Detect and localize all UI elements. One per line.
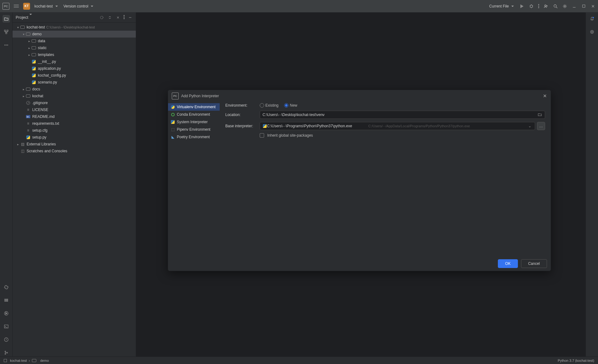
nav-virtualenv[interactable]: Virtualenv Environment bbox=[168, 103, 220, 111]
vcs-selector[interactable]: Version control bbox=[62, 3, 95, 10]
cancel-button[interactable]: Cancel bbox=[521, 259, 547, 268]
right-tool-strip bbox=[585, 13, 598, 356]
tree-folder-templates[interactable]: templates bbox=[13, 51, 136, 58]
minimize-icon[interactable] bbox=[572, 4, 577, 9]
add-interpreter-dialog: PC Add Python Interpreter ✕ Virtualenv E… bbox=[168, 90, 551, 271]
tree-label: kochat-test bbox=[27, 25, 45, 29]
tree-file-readme[interactable]: M↓README.md bbox=[13, 113, 136, 120]
browse-button[interactable]: … bbox=[537, 122, 545, 130]
poetry-icon bbox=[171, 135, 175, 139]
chevron-down-icon[interactable]: ⌄ bbox=[527, 124, 532, 128]
tree-folder-docs[interactable]: docs bbox=[13, 86, 136, 93]
project-tree[interactable]: kochat-testC:\Users\···\Desktop\kochat-t… bbox=[13, 23, 136, 156]
ok-button[interactable]: OK bbox=[498, 259, 518, 268]
notifications-icon[interactable] bbox=[588, 15, 596, 23]
nav-label: Pipenv Environment bbox=[177, 127, 210, 132]
tree-file-requirements[interactable]: requirements.txt bbox=[13, 120, 136, 127]
project-selector[interactable]: kochat-test bbox=[33, 3, 59, 10]
maximize-icon[interactable] bbox=[581, 4, 586, 9]
tree-external-libraries[interactable]: External Libraries bbox=[13, 141, 136, 148]
problems-icon[interactable] bbox=[3, 336, 10, 343]
location-input[interactable] bbox=[263, 113, 537, 117]
project-name-label: kochat-test bbox=[34, 4, 53, 8]
tree-folder-demo[interactable]: demo bbox=[13, 31, 136, 38]
run-icon[interactable] bbox=[519, 4, 524, 9]
browse-folder-icon[interactable] bbox=[537, 112, 542, 118]
chevron-right-icon: › bbox=[29, 359, 30, 362]
breadcrumb[interactable]: kochat-test › demo bbox=[4, 358, 49, 363]
inherit-packages-checkbox[interactable]: Inherit global site-packages bbox=[260, 133, 313, 138]
search-icon[interactable] bbox=[553, 4, 558, 9]
svg-rect-4 bbox=[582, 5, 585, 7]
settings-icon[interactable] bbox=[562, 4, 567, 9]
tree-file-kochat-config[interactable]: kochat_config.py bbox=[13, 72, 136, 79]
text-file-icon bbox=[26, 121, 31, 126]
tree-folder-kochat[interactable]: kochat bbox=[13, 93, 136, 99]
select-opened-file-icon[interactable] bbox=[99, 15, 104, 20]
tree-label: requirements.txt bbox=[32, 121, 59, 126]
nav-label: Virtualenv Environment bbox=[177, 105, 216, 109]
radio-label: New bbox=[290, 103, 297, 108]
debug-icon[interactable] bbox=[529, 4, 534, 9]
tree-file-setup-py[interactable]: setup.py bbox=[13, 134, 136, 141]
services-icon[interactable] bbox=[3, 310, 10, 317]
python-file-icon bbox=[32, 67, 36, 70]
tree-file-gitignore[interactable]: .gitignore bbox=[13, 99, 136, 106]
radio-existing[interactable]: Existing bbox=[260, 103, 279, 108]
tree-folder-static[interactable]: static bbox=[13, 44, 136, 51]
main-menu-icon[interactable] bbox=[13, 3, 20, 9]
pipenv-icon bbox=[171, 127, 175, 132]
nav-pipenv[interactable]: Pipenv Environment bbox=[168, 126, 220, 133]
collapse-all-icon[interactable] bbox=[115, 15, 120, 20]
tree-project-path: C:\Users\···\Desktop\kochat-test bbox=[46, 25, 95, 29]
system-python-icon bbox=[171, 120, 175, 124]
interpreter-status[interactable]: Python 3.7 (kochat-test) bbox=[558, 359, 594, 362]
more-actions-icon[interactable] bbox=[538, 4, 539, 8]
tree-label: static bbox=[38, 46, 47, 50]
hide-panel-icon[interactable] bbox=[128, 15, 133, 20]
base-interpreter-combo[interactable]: C:/Users/···/AppData/Local/Programs/Pyth… bbox=[260, 122, 535, 130]
more-tools-icon[interactable] bbox=[3, 41, 10, 49]
close-icon[interactable] bbox=[590, 4, 595, 9]
expand-all-icon[interactable] bbox=[107, 15, 112, 20]
nav-poetry[interactable]: Poetry Environment bbox=[168, 133, 220, 141]
tree-file-scenario[interactable]: scenario.py bbox=[13, 79, 136, 86]
structure-tool-icon[interactable] bbox=[3, 28, 10, 36]
status-bar: kochat-test › demo Python 3.7 (kochat-te… bbox=[0, 356, 598, 364]
nav-system[interactable]: System Interpreter bbox=[168, 118, 220, 126]
conda-icon bbox=[171, 113, 175, 116]
dialog-logo-icon: PC bbox=[172, 93, 179, 99]
tree-file-license[interactable]: LICENSE bbox=[13, 106, 136, 113]
library-icon bbox=[20, 142, 25, 146]
tree-file-init[interactable]: __init__.py bbox=[13, 58, 136, 65]
tree-scratches[interactable]: Scratches and Consoles bbox=[13, 148, 136, 154]
run-config-label: Current File bbox=[489, 4, 509, 8]
project-view-selector[interactable]: Project bbox=[16, 15, 32, 20]
base-interpreter-input[interactable] bbox=[267, 124, 367, 128]
app-logo-icon: PC bbox=[3, 3, 9, 10]
version-control-icon[interactable] bbox=[3, 349, 10, 356]
svg-point-10 bbox=[7, 45, 8, 45]
tree-folder-data[interactable]: data bbox=[13, 38, 136, 44]
python-file-icon bbox=[32, 80, 36, 84]
terminal-icon[interactable] bbox=[3, 323, 10, 330]
dialog-close-icon[interactable]: ✕ bbox=[543, 93, 547, 99]
radio-new[interactable]: New bbox=[284, 103, 297, 108]
python-console-icon[interactable] bbox=[3, 283, 10, 291]
ai-assistant-icon[interactable] bbox=[588, 28, 596, 36]
tree-root[interactable]: kochat-testC:\Users\···\Desktop\kochat-t… bbox=[13, 24, 136, 31]
code-with-me-icon[interactable] bbox=[544, 4, 549, 9]
python-packages-icon[interactable] bbox=[3, 296, 10, 304]
run-config-selector[interactable]: Current File bbox=[488, 3, 515, 10]
nav-label: System Interpreter bbox=[177, 120, 208, 124]
tree-label: kochat_config.py bbox=[38, 73, 66, 78]
project-badge: KT bbox=[23, 3, 30, 10]
tree-file-setup-cfg[interactable]: setup.cfg bbox=[13, 127, 136, 134]
nav-conda[interactable]: Conda Environment bbox=[168, 111, 220, 118]
panel-options-icon[interactable] bbox=[124, 15, 125, 20]
project-view-label: Project bbox=[16, 15, 28, 20]
tree-file-application[interactable]: application.py bbox=[13, 65, 136, 72]
python-file-icon bbox=[32, 60, 36, 63]
project-tool-icon[interactable] bbox=[3, 15, 10, 23]
gitignore-file-icon bbox=[26, 101, 30, 105]
